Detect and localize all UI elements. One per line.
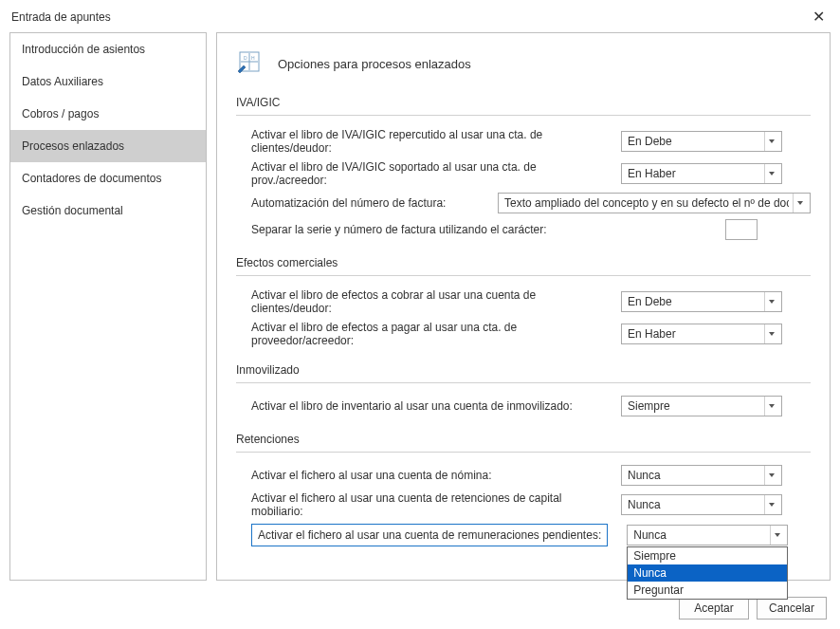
input-separar-caracter[interactable] <box>725 219 758 240</box>
sidebar-item-introduccion[interactable]: Introducción de asientos <box>10 33 206 65</box>
chevron-down-icon <box>770 526 783 545</box>
chevron-down-icon <box>764 397 777 416</box>
sidebar-item-datos-aux[interactable]: Datos Auxiliares <box>10 65 206 98</box>
svg-text:D: D <box>244 55 247 61</box>
chevron-down-icon <box>764 466 777 485</box>
combo-inmovilizado[interactable]: Siempre <box>621 396 782 416</box>
combo-value: Nunca <box>628 469 661 482</box>
section-iva-title: IVA/IGIC <box>236 92 811 116</box>
chevron-down-icon <box>764 164 777 183</box>
window-title: Entrada de apuntes <box>11 10 111 24</box>
sidebar-item-cobros-pagos[interactable]: Cobros / pagos <box>10 98 206 130</box>
combo-value: En Debe <box>628 295 672 308</box>
section-efectos-title: Efectos comerciales <box>236 252 811 276</box>
combo-ret-remuneraciones[interactable]: Nunca Siempre Nunca Preguntar <box>627 525 788 546</box>
chevron-down-icon <box>764 324 777 343</box>
chevron-down-icon <box>764 292 777 311</box>
section-inmovilizado-title: Inmovilizado <box>236 360 811 383</box>
combo-iva-soportado[interactable]: En Haber <box>621 163 782 184</box>
label-inmovilizado: Activar el libro de inventario al usar u… <box>251 399 621 413</box>
combo-ret-nomina[interactable]: Nunca <box>621 465 782 486</box>
dropdown-option-preguntar[interactable]: Preguntar <box>628 582 787 599</box>
label-ret-nomina: Activar el fichero al usar una cuenta de… <box>251 469 621 482</box>
label-efectos-pagar: Activar el libro de efectos a pagar al u… <box>251 321 621 347</box>
combo-value: Nunca <box>633 528 667 542</box>
combo-value: En Debe <box>628 135 672 148</box>
label-ret-remuneraciones: Activar el fichero al usar una cuenta de… <box>251 524 608 546</box>
combo-iva-repercutido[interactable]: En Debe <box>621 131 782 152</box>
label-efectos-cobrar: Activar el libro de efectos a cobrar al … <box>251 288 621 315</box>
combo-value: En Haber <box>628 327 676 341</box>
label-iva-repercutido: Activar el libro de IVA/IGIC repercutido… <box>251 128 621 155</box>
cancel-button[interactable]: Cancelar <box>757 597 827 620</box>
combo-value: Texto ampliado del concepto y en su defe… <box>504 196 789 210</box>
section-retenciones-title: Retenciones <box>236 429 811 453</box>
ok-button[interactable]: Aceptar <box>679 597 749 620</box>
content-panel: D H Opciones para procesos enlazados IVA… <box>216 32 831 581</box>
sidebar: Introducción de asientos Datos Auxiliare… <box>9 32 207 581</box>
dropdown-option-siempre[interactable]: Siempre <box>628 547 787 564</box>
combo-value: En Haber <box>628 167 676 180</box>
combo-iva-autonum[interactable]: Texto ampliado del concepto y en su defe… <box>498 193 811 213</box>
dropdown-ret-remuneraciones[interactable]: Siempre Nunca Preguntar <box>627 546 788 600</box>
combo-value: Nunca <box>628 498 661 511</box>
combo-ret-capital[interactable]: Nunca <box>621 494 782 515</box>
page-title: Opciones para procesos enlazados <box>278 57 471 71</box>
sidebar-item-gestion-doc[interactable]: Gestión documental <box>10 194 206 227</box>
label-iva-autonum: Automatización del número de factura: <box>251 196 498 210</box>
combo-value: Siempre <box>628 399 670 413</box>
chevron-down-icon <box>793 194 806 213</box>
sidebar-item-contadores[interactable]: Contadores de documentos <box>10 162 206 194</box>
label-iva-separar: Separar la serie y número de factura uti… <box>251 223 725 236</box>
linked-processes-icon: D H <box>236 50 265 77</box>
combo-efectos-pagar[interactable]: En Haber <box>621 324 782 344</box>
chevron-down-icon <box>764 495 777 514</box>
label-ret-capital: Activar el fichero al usar una cuenta de… <box>251 491 621 518</box>
dropdown-option-nunca[interactable]: Nunca <box>628 564 787 582</box>
sidebar-item-procesos-enlazados[interactable]: Procesos enlazados <box>10 130 206 162</box>
chevron-down-icon <box>764 132 777 151</box>
svg-text:H: H <box>251 55 255 61</box>
close-icon[interactable]: ✕ <box>807 8 831 27</box>
combo-efectos-cobrar[interactable]: En Debe <box>621 291 782 312</box>
label-iva-soportado: Activar el libro de IVA/IGIC soportado a… <box>251 160 621 187</box>
